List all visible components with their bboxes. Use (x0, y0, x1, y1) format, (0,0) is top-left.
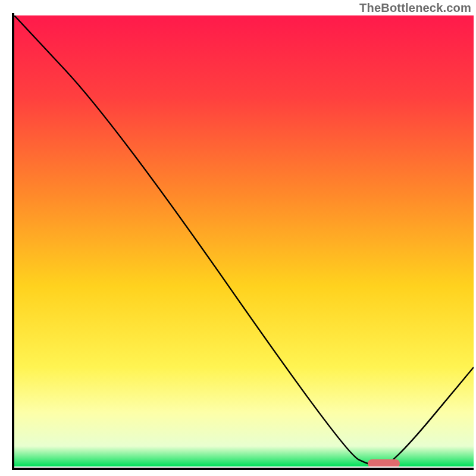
curve-path (14, 15, 474, 466)
optimal-band-marker (368, 459, 400, 466)
chart-container: TheBottleneck.com (0, 0, 476, 476)
bottleneck-curve (14, 15, 474, 466)
watermark-text: TheBottleneck.com (359, 1, 471, 15)
x-axis (12, 468, 474, 470)
plot-area (14, 15, 474, 466)
